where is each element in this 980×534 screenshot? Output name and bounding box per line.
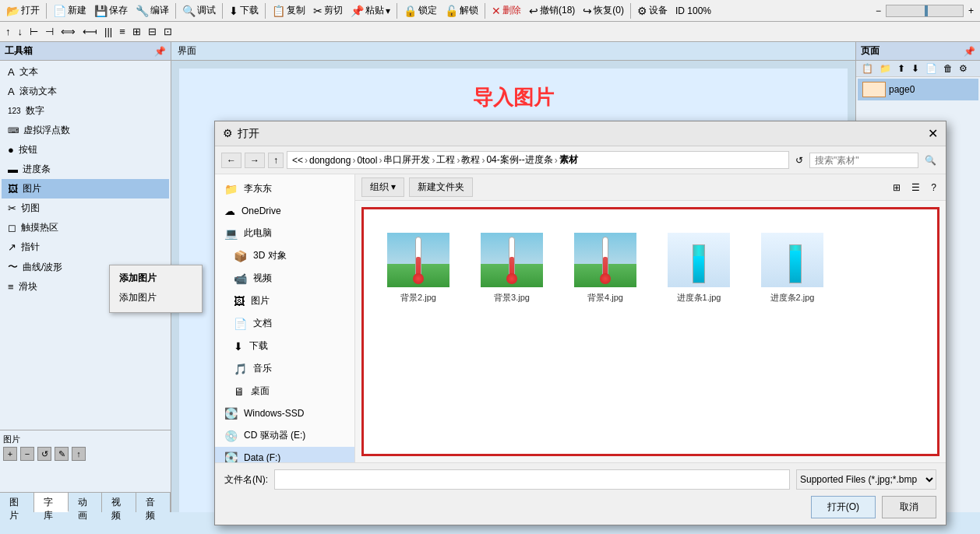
prop-edit-button[interactable]: ✎ [55,447,69,461]
prop-add-button[interactable]: + [3,447,17,461]
pp-up-button[interactable]: ⬆ [895,62,908,75]
toolbox-item-progress[interactable]: ▬ 进度条 [2,160,169,179]
pp-new-button[interactable]: 📄 [923,62,939,75]
filetype-select[interactable]: Supported Files (*.jpg;*.bmp [796,469,936,490]
open-button[interactable]: 📂 打开 [3,2,43,19]
organize-button[interactable]: 组织 ▾ [361,177,404,197]
sidebar-item-desktop[interactable]: 🖥 桌面 [215,380,354,402]
nav-back-button[interactable]: ← [221,153,241,168]
nav-refresh-button[interactable]: ↺ [792,153,806,167]
debug-button[interactable]: 🔍 调试 [179,2,219,19]
view-help-button[interactable]: ? [928,181,939,195]
unlock-button[interactable]: 🔓 解锁 [442,2,481,19]
tab-animation[interactable]: 动画 [69,493,103,512]
sidebar-item-music[interactable]: 🎵 音乐 [215,357,354,380]
pp-down-button[interactable]: ⬇ [909,62,922,75]
toolbox-item-button[interactable]: ● 按钮 [2,140,169,160]
view-list-button[interactable]: ☰ [908,181,923,195]
sidebar-item-images[interactable]: 🖼 图片 [215,290,354,312]
align-up-button[interactable]: ↑ [3,25,13,38]
align-v-button[interactable]: ⟻ [80,25,100,38]
search-input[interactable] [809,153,918,168]
undo-button[interactable]: ↩ 撤销(18) [526,2,578,19]
file-item-progress1[interactable]: 进度条1.jpg [660,225,738,311]
lock-button[interactable]: 🔒 锁定 [400,2,440,19]
toolbox-item-crop[interactable]: ✂ 切图 [2,198,169,218]
zoom-in-button[interactable]: + [965,4,977,18]
view-grid-button[interactable]: ⊞ [890,181,904,195]
align-down-button[interactable]: ↓ [16,25,26,38]
prop-refresh-button[interactable]: ↺ [37,447,51,461]
sidebar-item-download[interactable]: ⬇ 下载 [215,335,354,357]
toolbox-item-scrolltext[interactable]: A 滚动文本 [2,82,169,101]
bc-0tool[interactable]: 0tool [357,155,377,166]
save-button[interactable]: 💾 保存 [91,2,131,19]
sidebar-item-video[interactable]: 📹 视频 [215,267,354,290]
nav-forward-button[interactable]: → [245,153,265,168]
toolbox-item-text[interactable]: A 文本 [2,62,169,82]
sidebar-item-windows-ssd[interactable]: 💽 Windows-SSD [215,402,354,424]
new-folder-button[interactable]: 新建文件夹 [409,177,473,197]
sidebar-item-docs[interactable]: 📄 文档 [215,312,354,335]
tab-image[interactable]: 图片 [0,493,34,512]
distribute-h-button[interactable]: ||| [102,25,115,38]
pp-settings-button[interactable]: ⚙ [957,62,970,75]
add-image-menu-item[interactable]: 添加图片 [119,290,192,306]
zoom-out-button[interactable]: − [872,4,884,18]
tab-audio[interactable]: 音频 [136,493,171,512]
bc-case[interactable]: 04-案例--进度条 [486,153,552,167]
settings-button[interactable]: ⚙ 设备 [634,2,671,19]
bc-material[interactable]: 素材 [559,153,578,167]
page-panel-pin[interactable]: 📌 [964,46,975,57]
pp-delete-button[interactable]: 🗑 [941,62,955,75]
nav-up-button[interactable]: ↑ [268,153,284,168]
more-button[interactable]: ⊟ [146,25,159,38]
download-button[interactable]: ⬇ 下载 [226,2,262,19]
pp-folder-button[interactable]: 📁 [877,62,894,75]
sidebar-item-thispc[interactable]: 💻 此电脑 [215,222,354,244]
sidebar-item-cd[interactable]: 💿 CD 驱动器 (E:) [215,424,354,447]
toolbox-item-pointer[interactable]: ↗ 指针 [2,237,169,257]
page-item-page0[interactable]: page0 [858,79,978,100]
prop-up-button[interactable]: ↑ [72,447,86,461]
file-item-bg4[interactable]: 背景4.jpg [566,225,644,311]
align-h-button[interactable]: ⟺ [58,25,78,38]
file-item-bg2[interactable]: 背景2.jpg [379,225,457,311]
dialog-close-button[interactable]: ✕ [928,126,938,141]
align-left-button[interactable]: ⊢ [27,25,41,38]
file-item-progress2[interactable]: 进度条2.jpg [753,225,831,311]
sidebar-item-data-f[interactable]: 💽 Data (F:) [215,447,354,462]
filename-input[interactable] [274,469,790,490]
delete-button[interactable]: ✕ 删除 [488,2,524,19]
grid-button[interactable]: ⊞ [130,25,143,38]
zoom-slider[interactable] [886,5,964,17]
prop-remove-button[interactable]: − [20,447,34,461]
scale-button[interactable]: ⊡ [161,25,174,38]
bc-tutorial[interactable]: 教程 [461,153,480,167]
align-right-button[interactable]: ⊣ [43,25,56,38]
toolbox-pin-button[interactable]: 📌 [154,46,166,57]
sidebar-item-lidongdong[interactable]: 📁 李东东 [215,177,354,200]
distribute-v-button[interactable]: ≡ [117,25,128,38]
toolbox-item-float[interactable]: ⌨ 虚拟浮点数 [2,121,169,140]
sidebar-item-onedrive[interactable]: ☁ OneDrive [215,200,354,222]
paste-button[interactable]: 📌 粘贴▾ [347,2,393,19]
toolbox-item-touch[interactable]: ◻ 触摸热区 [2,218,169,237]
sidebar-item-3d[interactable]: 📦 3D 对象 [215,244,354,267]
tab-library[interactable]: 字库 [34,493,69,512]
file-item-bg3[interactable]: 背景3.jpg [473,225,551,311]
copy-button[interactable]: 📋 复制 [269,2,308,19]
compile-button[interactable]: 🔧 编译 [132,2,172,19]
redo-button[interactable]: ↪ 恢复(0) [580,2,627,19]
tab-video[interactable]: 视频 [102,493,136,512]
search-button[interactable]: 🔍 [922,153,939,167]
dialog-open-button[interactable]: 打开(O) [811,496,876,518]
toolbox-item-number[interactable]: 123 数字 [2,101,169,121]
cut-button[interactable]: ✂ 剪切 [310,2,346,19]
toolbox-item-image[interactable]: 🖼 图片 [2,179,169,198]
dialog-cancel-button[interactable]: 取消 [882,496,936,518]
new-button[interactable]: 📄 新建 [50,2,90,19]
bc-serial[interactable]: 串口屏开发 [383,153,430,167]
pp-copy-button[interactable]: 📋 [859,62,876,75]
bc-dongdong[interactable]: dongdong [309,155,351,166]
